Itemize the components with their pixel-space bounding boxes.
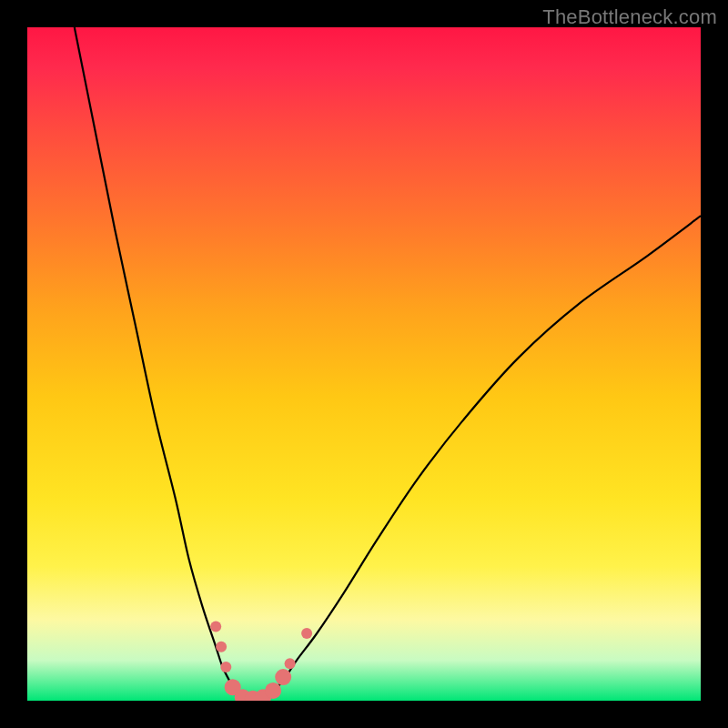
marker-point xyxy=(275,669,291,685)
marker-point xyxy=(220,662,231,672)
chart-frame: TheBottleneck.com xyxy=(0,0,728,728)
marker-point xyxy=(285,658,296,669)
chart-svg xyxy=(27,27,701,701)
watermark-text: TheBottleneck.com xyxy=(542,5,717,29)
bottleneck-curve xyxy=(75,27,701,701)
marker-point xyxy=(216,642,227,652)
marker-point xyxy=(210,622,221,632)
marker-point xyxy=(265,682,281,699)
marker-point xyxy=(301,628,312,639)
